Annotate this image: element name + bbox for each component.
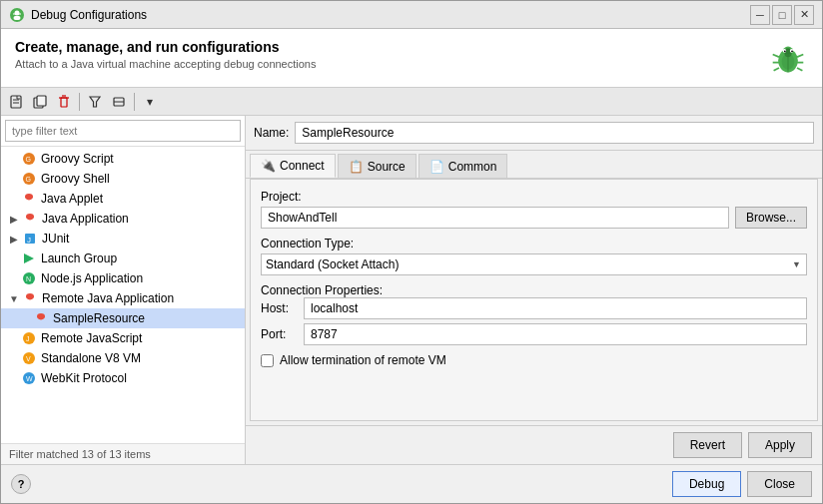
connection-props-section: Connection Properties: Host: Port: [261,283,807,345]
tree-item-launch-group[interactable]: Launch Group [1,249,245,268]
collapse-all-button[interactable] [108,91,130,113]
close-window-button[interactable]: Close [747,471,812,497]
tree-item-groovy-shell[interactable]: G Groovy Shell [1,169,245,189]
groovy-shell-icon: G [21,171,37,187]
filter-status: Filter matched 13 of 13 items [9,448,151,460]
remote-javascript-icon: J [21,330,37,346]
footer-action-buttons: Debug Close [672,471,812,497]
groovy-shell-label: Groovy Shell [41,172,110,186]
svg-text:W: W [26,375,33,382]
connection-type-wrapper: Standard (Socket Attach) Standard (Socke… [261,253,807,275]
name-label: Name: [254,126,289,140]
close-button[interactable]: ✕ [794,5,814,25]
tree-item-remote-java-app[interactable]: ▼ Remote Java Application [1,288,245,308]
svg-point-4 [19,13,21,15]
footer-bar: ? Debug Close [1,464,822,503]
filter-box [1,116,245,147]
right-panel: Name: 🔌 Connect 📋 Source 📄 Common [246,116,822,464]
toolbar-separator-1 [79,93,80,111]
svg-line-14 [774,68,779,71]
maximize-button[interactable]: □ [772,5,792,25]
tree-item-standalone-v8[interactable]: V Standalone V8 VM [1,348,245,368]
toolbar-separator-2 [134,93,135,111]
sample-resource-icon [33,310,49,326]
remote-java-app-label: Remote Java Application [42,291,174,305]
new-config-button[interactable] [5,91,27,113]
groovy-script-icon: G [21,151,37,167]
tree-item-sample-resource[interactable]: SampleResource [1,308,245,328]
connect-tab-label: Connect [280,159,325,173]
launch-group-icon [21,251,37,266]
menu-button[interactable]: ▾ [139,91,161,113]
left-panel: G Groovy Script G Groovy Shell Java Appl… [1,116,246,464]
allow-termination-row: Allow termination of remote VM [261,353,807,367]
tab-common[interactable]: 📄 Common [418,154,508,178]
help-button[interactable]: ? [11,474,31,494]
tree-item-java-application[interactable]: ▶ Java Application [1,209,245,229]
left-footer: Filter matched 13 of 13 items [1,443,245,464]
common-tab-icon: 📄 [429,160,444,174]
svg-text:G: G [26,156,31,163]
connection-type-label: Connection Type: [261,237,807,251]
svg-point-11 [791,50,793,52]
junit-icon: J [22,231,38,247]
host-input[interactable] [304,297,807,319]
webkit-icon: W [21,370,37,386]
source-tab-icon: 📋 [349,160,364,174]
tree-item-remote-javascript[interactable]: J Remote JavaScript [1,328,245,348]
common-tab-label: Common [448,160,497,174]
minimize-button[interactable]: ─ [750,5,770,25]
project-label: Project: [261,190,807,204]
svg-text:G: G [26,176,31,183]
remote-java-app-arrow: ▼ [9,293,19,303]
window-controls: ─ □ ✕ [750,5,814,25]
tab-connect[interactable]: 🔌 Connect [250,154,336,178]
java-applet-icon [21,191,37,207]
filter-button[interactable] [84,91,106,113]
browse-button[interactable]: Browse... [735,207,807,229]
tree-area[interactable]: G Groovy Script G Groovy Shell Java Appl… [1,147,245,443]
connect-tab-icon: 🔌 [261,159,276,173]
debug-configurations-window: Debug Configurations ─ □ ✕ Create, manag… [0,0,823,504]
debug-button[interactable]: Debug [672,471,741,497]
java-applet-label: Java Applet [41,192,103,206]
tree-item-junit[interactable]: ▶ J JUnit [1,229,245,249]
java-application-arrow: ▶ [9,214,19,224]
revert-button[interactable]: Revert [673,432,742,458]
project-input[interactable] [261,207,729,229]
tree-item-java-applet[interactable]: Java Applet [1,189,245,209]
standalone-v8-label: Standalone V8 VM [41,351,141,365]
svg-rect-25 [61,98,67,107]
svg-line-15 [797,55,803,58]
svg-line-12 [773,55,779,58]
name-input[interactable] [295,122,814,144]
header-text: Create, manage, and run configurations A… [15,39,316,70]
svg-marker-39 [24,253,34,263]
standalone-v8-icon: V [21,350,37,366]
tree-item-nodejs[interactable]: N Node.js Application [1,268,245,288]
tree-item-groovy-script[interactable]: G Groovy Script [1,149,245,169]
tabs-bar: 🔌 Connect 📋 Source 📄 Common [246,151,822,179]
svg-rect-20 [11,96,21,108]
svg-text:J: J [26,335,30,342]
remote-java-app-icon [22,290,38,306]
tree-item-webkit[interactable]: W WebKit Protocol [1,368,245,388]
allow-termination-label: Allow termination of remote VM [280,353,446,367]
filter-input[interactable] [5,120,241,142]
connection-type-select[interactable]: Standard (Socket Attach) Standard (Socke… [261,253,807,275]
svg-text:V: V [26,355,31,362]
port-label: Port: [261,327,296,341]
java-application-label: Java Application [42,212,129,226]
header-subtitle: Attach to a Java virtual machine accepti… [15,58,316,70]
allow-termination-checkbox[interactable] [261,354,274,367]
svg-text:J: J [27,236,31,245]
port-input[interactable] [304,323,807,345]
apply-button[interactable]: Apply [748,432,812,458]
junit-arrow: ▶ [9,234,19,244]
svg-rect-2 [14,16,21,20]
tab-source[interactable]: 📋 Source [338,154,416,178]
duplicate-button[interactable] [29,91,51,113]
delete-button[interactable] [53,91,75,113]
svg-text:N: N [26,275,31,282]
port-row: Port: [261,323,807,345]
